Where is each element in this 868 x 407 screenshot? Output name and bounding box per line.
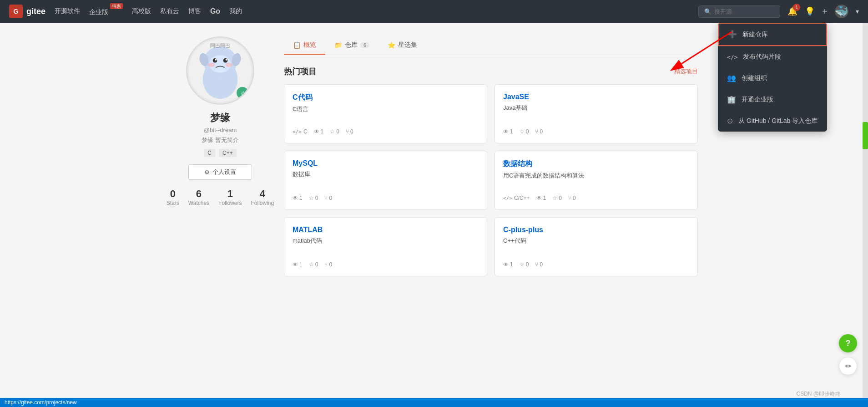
project-name-ds[interactable]: 数据结构 <box>503 159 689 169</box>
views-mysql: 👁 1 <box>293 195 303 201</box>
scrollbar-thumb[interactable] <box>863 122 868 149</box>
forks-mysql: ⑂ 0 <box>324 195 332 201</box>
search-box[interactable]: 🔍 <box>698 5 780 18</box>
nav-opensrc[interactable]: 开源软件 <box>55 7 80 15</box>
fork-icon: ⑂ <box>568 195 571 201</box>
search-icon: 🔍 <box>704 8 712 15</box>
user-avatar-small[interactable]: 🐳 <box>835 5 848 18</box>
user-tags: C C++ <box>204 149 236 157</box>
tab-stars[interactable]: ⭐ 星选集 <box>378 36 426 55</box>
settings-button[interactable]: ⚙ 个人设置 <box>188 164 252 180</box>
project-footer-mysql: 👁 1 ☆ 0 ⑂ 0 <box>293 195 479 201</box>
project-desc-cpp: C++代码 <box>503 237 689 245</box>
project-desc-ds: 用C语言完成的数据结构和算法 <box>503 172 689 180</box>
gitee-logo-icon: G <box>9 5 23 18</box>
featured-projects-link[interactable]: 精选项目 <box>674 67 698 76</box>
tab-repos[interactable]: 📁 仓库 6 <box>325 36 378 55</box>
forks-ccode: ⑂ 0 <box>346 128 353 135</box>
user-avatar: 阿巴阿巴 ♂ <box>186 36 254 105</box>
forks-cpp: ⑂ 0 <box>535 261 543 268</box>
tabs: 📋 概览 📁 仓库 6 ⭐ 星选集 <box>284 36 698 55</box>
lightbulb-icon[interactable]: 💡 <box>805 6 815 16</box>
nav-university[interactable]: 高校版 <box>132 7 151 15</box>
create-dropdown-menu: ➕ 新建仓库 </> 发布代码片段 👥 创建组织 🏢 开通企业版 ⊙ 从 Git… <box>718 23 827 132</box>
svg-point-11 <box>226 63 232 67</box>
repo-icon: 📁 <box>334 41 342 49</box>
project-name-ccode[interactable]: C代码 <box>293 93 479 102</box>
stars-ccode: ☆ 0 <box>330 128 339 135</box>
project-desc-ccode: C语言 <box>293 105 479 113</box>
lang-icon-ccode: </> C <box>293 128 308 135</box>
brand[interactable]: G gitee <box>9 5 45 18</box>
nav-blog[interactable]: 博客 <box>188 7 201 15</box>
project-footer-ccode: </> C 👁 1 ☆ 0 ⑂ 0 <box>293 128 479 135</box>
fork-icon: ⑂ <box>535 128 538 135</box>
navbar: G gitee 开源软件 企业版 特惠 高校版 私有云 博客 Go 我的 🔍 🔔… <box>0 0 868 23</box>
snippet-icon: </> <box>727 54 737 61</box>
project-name-matlab[interactable]: MATLAB <box>293 226 479 234</box>
project-desc-javase: Java基础 <box>503 104 689 112</box>
username: 梦缘 <box>210 111 230 125</box>
nav-go[interactable]: Go <box>210 7 220 15</box>
eye-icon: 👁 <box>536 195 542 201</box>
tag-c[interactable]: C <box>204 149 215 157</box>
project-name-javase[interactable]: JavaSE <box>503 93 689 101</box>
stars-cpp: ☆ 0 <box>520 261 529 268</box>
project-desc-matlab: matlab代码 <box>293 237 479 245</box>
main-layout: 阿巴阿巴 ♂ 梦缘 @bit--dream 梦缘 暂无简介 C C++ ⚙ 个人… <box>161 36 707 276</box>
svg-text:阿巴阿巴: 阿巴阿巴 <box>210 43 230 48</box>
views-cpp: 👁 1 <box>503 261 513 268</box>
views-ccode: 👁 1 <box>314 128 324 135</box>
stat-watches[interactable]: 6 Watches <box>188 188 209 206</box>
svg-point-8 <box>215 59 217 61</box>
search-input[interactable] <box>714 8 774 15</box>
followers-label: Followers <box>218 200 242 206</box>
eye-icon: 👁 <box>503 261 509 268</box>
import-item[interactable]: ⊙ 从 GitHub / GitLab 导入仓库 <box>718 110 827 132</box>
stars-matlab: ☆ 0 <box>309 261 318 268</box>
project-name-mysql[interactable]: MySQL <box>293 159 479 168</box>
tab-overview[interactable]: 📋 概览 <box>284 36 325 55</box>
eye-icon: 👁 <box>503 128 509 135</box>
watches-count: 6 <box>196 188 202 200</box>
fork-icon: ⑂ <box>324 261 328 268</box>
gender-badge-icon: ♂ <box>237 87 248 99</box>
lang-icon-ds: </> C/C++ <box>503 195 530 201</box>
project-name-cpp[interactable]: C-plus-plus <box>503 226 689 234</box>
svg-point-7 <box>223 58 228 63</box>
gear-icon: ⚙ <box>204 169 210 176</box>
enterprise-item[interactable]: 🏢 开通企业版 <box>718 89 827 110</box>
star-icon: ☆ <box>330 128 335 135</box>
fork-icon: ⑂ <box>324 195 328 201</box>
nav-mine[interactable]: 我的 <box>229 7 242 15</box>
stat-following[interactable]: 4 Following <box>251 188 274 206</box>
notification-btn[interactable]: 🔔 1 <box>787 6 797 16</box>
star-icon: ☆ <box>520 128 525 135</box>
views-javase: 👁 1 <box>503 128 513 135</box>
publish-snippet-item[interactable]: </> 发布代码片段 <box>718 46 827 67</box>
code-icon: </> <box>503 195 512 201</box>
code-icon: </> <box>293 129 302 135</box>
create-org-item[interactable]: 👥 创建组织 <box>718 67 827 89</box>
following-count: 4 <box>260 188 265 200</box>
nav-right: 🔍 🔔 1 💡 + 🐳 ▾ <box>698 5 859 18</box>
eye-icon: 👁 <box>293 261 298 268</box>
tag-cpp[interactable]: C++ <box>219 149 237 157</box>
new-repo-label: 新建仓库 <box>742 31 768 39</box>
nav-links: 开源软件 企业版 特惠 高校版 私有云 博客 Go 我的 <box>55 7 242 16</box>
new-repo-item[interactable]: ➕ 新建仓库 <box>718 23 827 46</box>
avatar-dropdown-arrow[interactable]: ▾ <box>856 8 859 15</box>
nav-private[interactable]: 私有云 <box>160 7 179 15</box>
stars-javase: ☆ 0 <box>520 128 529 135</box>
nav-enterprise[interactable]: 企业版 特惠 <box>89 7 123 16</box>
stat-stars[interactable]: 0 Stars <box>167 188 179 206</box>
scrollbar-track[interactable] <box>863 0 868 290</box>
stat-followers[interactable]: 1 Followers <box>218 188 242 206</box>
import-icon: ⊙ <box>727 117 733 125</box>
fork-icon: ⑂ <box>535 261 538 268</box>
svg-point-9 <box>226 59 227 61</box>
plus-button[interactable]: + <box>822 6 828 17</box>
stars-icon: ⭐ <box>388 41 395 49</box>
stars-mysql: ☆ 0 <box>309 195 318 201</box>
stars-count: 0 <box>170 188 176 200</box>
